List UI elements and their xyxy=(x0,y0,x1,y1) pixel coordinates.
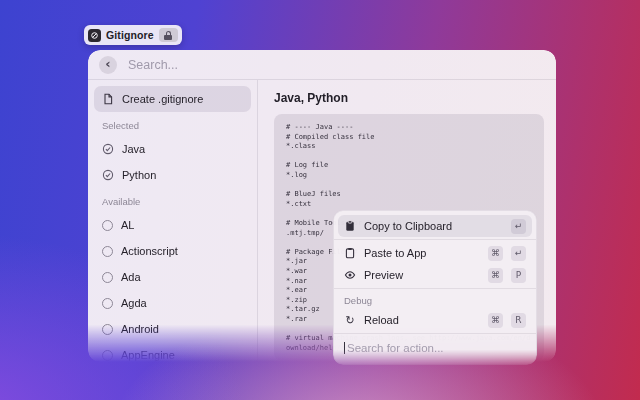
action-reload[interactable]: ↻ Reload ⌘ R xyxy=(338,309,532,331)
sidebar-item-create-gitignore[interactable]: Create .gitignore xyxy=(94,86,251,112)
key-return: ↵ xyxy=(511,246,526,261)
gitignore-app-icon xyxy=(88,29,101,42)
reload-icon: ↻ xyxy=(344,315,356,326)
section-header-selected: Selected xyxy=(102,120,243,132)
tab-label: Gitignore xyxy=(106,29,154,41)
key-r: R xyxy=(511,313,526,328)
sidebar-item-label: Android xyxy=(121,323,159,335)
sidebar-item-python[interactable]: Python xyxy=(94,162,251,188)
sidebar: Create .gitignore Selected Java Python A… xyxy=(88,80,258,361)
menu-divider xyxy=(334,288,536,289)
paste-icon xyxy=(344,247,356,259)
back-button[interactable]: ‹ xyxy=(99,56,117,74)
app-tab-gitignore[interactable]: Gitignore xyxy=(84,25,182,45)
action-label: Preview xyxy=(364,269,403,281)
key-cmd: ⌘ xyxy=(488,268,503,283)
desktop-background: Gitignore ‹ Search... Create .gitignore … xyxy=(0,0,640,400)
sidebar-item-label: Actionscript xyxy=(121,245,178,257)
sidebar-item-label: Agda xyxy=(121,297,147,309)
action-paste-to-app[interactable]: Paste to App ⌘ ↵ xyxy=(338,242,532,264)
action-search-field[interactable]: Search for action... xyxy=(338,336,532,360)
sidebar-item-appengine[interactable]: AppEngine xyxy=(94,342,251,368)
chevron-left-icon: ‹ xyxy=(105,57,110,70)
section-header-available: Available xyxy=(102,196,243,208)
sidebar-item-label: Java xyxy=(122,143,145,155)
detail-title: Java, Python xyxy=(274,91,544,105)
check-circle-icon xyxy=(102,169,114,181)
key-cmd: ⌘ xyxy=(488,246,503,261)
key-cmd: ⌘ xyxy=(488,313,503,328)
circle-icon xyxy=(102,324,113,335)
action-menu: Copy to Clipboard ↵ Paste to App ⌘ ↵ Pre… xyxy=(333,210,537,365)
sidebar-item-label: Create .gitignore xyxy=(122,93,203,105)
sidebar-item-android[interactable]: Android xyxy=(94,316,251,342)
sidebar-item-ada[interactable]: Ada xyxy=(94,264,251,290)
text-cursor xyxy=(344,342,345,354)
action-label: Reload xyxy=(364,314,399,326)
action-label: Paste to App xyxy=(364,247,426,259)
action-label: Copy to Clipboard xyxy=(364,220,452,232)
menu-divider xyxy=(334,333,536,334)
clipboard-icon xyxy=(344,220,356,232)
lock-icon xyxy=(164,31,172,40)
circle-icon xyxy=(102,350,113,361)
circle-icon xyxy=(102,246,113,257)
sidebar-item-label: AppEngine xyxy=(121,349,175,361)
key-p: P xyxy=(511,268,526,283)
action-copy-to-clipboard[interactable]: Copy to Clipboard ↵ xyxy=(338,215,532,237)
sidebar-item-label: AL xyxy=(121,219,134,231)
sidebar-item-java[interactable]: Java xyxy=(94,136,251,162)
circle-icon xyxy=(102,298,113,309)
search-bar: ‹ Search... xyxy=(88,50,556,80)
sidebar-item-label: Python xyxy=(122,169,156,181)
action-search-placeholder: Search for action... xyxy=(347,342,444,354)
check-circle-icon xyxy=(102,143,114,155)
action-preview[interactable]: Preview ⌘ P xyxy=(338,264,532,286)
file-icon xyxy=(102,93,114,105)
circle-icon xyxy=(102,220,113,231)
key-return: ↵ xyxy=(511,219,526,234)
sidebar-item-label: Ada xyxy=(121,271,141,283)
menu-section-debug: Debug xyxy=(338,291,532,309)
circle-icon xyxy=(102,272,113,283)
sidebar-item-agda[interactable]: Agda xyxy=(94,290,251,316)
lock-badge xyxy=(159,28,178,42)
menu-divider xyxy=(334,239,536,240)
search-input[interactable]: Search... xyxy=(128,58,178,72)
sidebar-item-actionscript[interactable]: Actionscript xyxy=(94,238,251,264)
eye-icon xyxy=(344,269,356,281)
sidebar-item-al[interactable]: AL xyxy=(94,212,251,238)
